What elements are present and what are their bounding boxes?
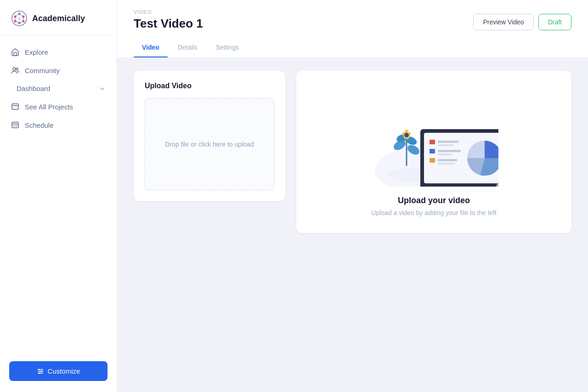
svg-point-34 — [39, 372, 40, 374]
customize-icon — [37, 368, 44, 375]
community-icon — [11, 66, 19, 74]
content-area: Upload Video Drop file or click here to … — [117, 58, 588, 246]
sidebar: Academically Explore Community — [0, 0, 117, 392]
sidebar-item-schedule[interactable]: Schedule — [0, 116, 117, 134]
draft-button[interactable]: Draft — [538, 14, 571, 30]
tab-settings[interactable]: Settings — [208, 39, 248, 57]
sidebar-item-community[interactable]: Community — [0, 61, 117, 80]
preview-video-button[interactable]: Preview Video — [473, 14, 533, 30]
svg-point-18 — [16, 68, 18, 70]
svg-rect-53 — [438, 141, 458, 143]
svg-rect-58 — [430, 158, 435, 163]
tab-details[interactable]: Details — [170, 39, 206, 57]
svg-point-43 — [405, 130, 408, 133]
sidebar-logo: Academically — [0, 0, 117, 35]
svg-rect-54 — [438, 144, 454, 146]
svg-line-12 — [15, 14, 19, 17]
upload-card-title: Upload Video — [145, 82, 274, 90]
sidebar-item-explore[interactable]: Explore — [0, 43, 117, 61]
chevron-down-icon — [99, 85, 106, 92]
svg-point-17 — [13, 68, 16, 70]
projects-icon — [11, 102, 19, 111]
drop-zone[interactable]: Drop file or click here to upload — [145, 98, 274, 190]
svg-rect-23 — [12, 104, 18, 109]
page-header: VIDEO Test Video 1 Preview Video Draft V… — [117, 0, 588, 58]
upload-illustration — [370, 85, 498, 187]
schedule-icon — [11, 121, 19, 129]
svg-line-7 — [19, 14, 23, 17]
tab-video[interactable]: Video — [134, 39, 168, 57]
sidebar-item-schedule-label: Schedule — [25, 121, 54, 129]
page-title-text: Test Video 1 — [134, 17, 203, 31]
sidebar-item-dashboard[interactable]: Dashboard — [0, 80, 117, 97]
main-area: VIDEO Test Video 1 Preview Video Draft V… — [117, 0, 588, 392]
customize-button[interactable]: Customize — [9, 361, 107, 381]
svg-rect-16 — [14, 52, 17, 56]
svg-rect-56 — [438, 150, 461, 152]
sidebar-bottom: Customize — [0, 354, 117, 392]
page-title: Test Video 1 — [134, 17, 203, 31]
drop-zone-text: Drop file or click here to upload — [165, 140, 254, 149]
preview-title: Upload your video — [398, 196, 470, 205]
svg-rect-57 — [438, 153, 452, 155]
sidebar-item-projects-label: See All Projects — [25, 103, 73, 111]
sidebar-item-community-label: Community — [25, 67, 60, 74]
svg-point-33 — [40, 370, 42, 372]
tabs-bar: Video Details Settings — [134, 39, 571, 57]
svg-rect-59 — [438, 159, 457, 161]
home-icon — [11, 48, 19, 56]
svg-rect-60 — [438, 163, 455, 165]
svg-point-32 — [38, 369, 40, 370]
svg-point-46 — [404, 133, 409, 137]
breadcrumb: VIDEO — [134, 9, 203, 15]
svg-rect-52 — [430, 140, 435, 144]
logo-icon — [11, 10, 28, 27]
customize-label: Customize — [48, 367, 80, 375]
preview-card: Upload your video Upload a video by addi… — [296, 71, 571, 233]
sidebar-item-dashboard-label: Dashboard — [17, 85, 50, 92]
sidebar-item-explore-label: Explore — [25, 48, 48, 56]
header-actions: Preview Video Draft — [473, 9, 571, 30]
preview-subtitle: Upload a video by adding your file to th… — [371, 209, 496, 216]
brand-name: Academically — [32, 14, 85, 23]
nav-list: Explore Community Dashboard — [0, 35, 117, 354]
sidebar-item-see-all-projects[interactable]: See All Projects — [0, 97, 117, 116]
svg-rect-55 — [430, 149, 435, 153]
svg-rect-25 — [12, 122, 18, 128]
upload-card: Upload Video Drop file or click here to … — [134, 71, 285, 201]
